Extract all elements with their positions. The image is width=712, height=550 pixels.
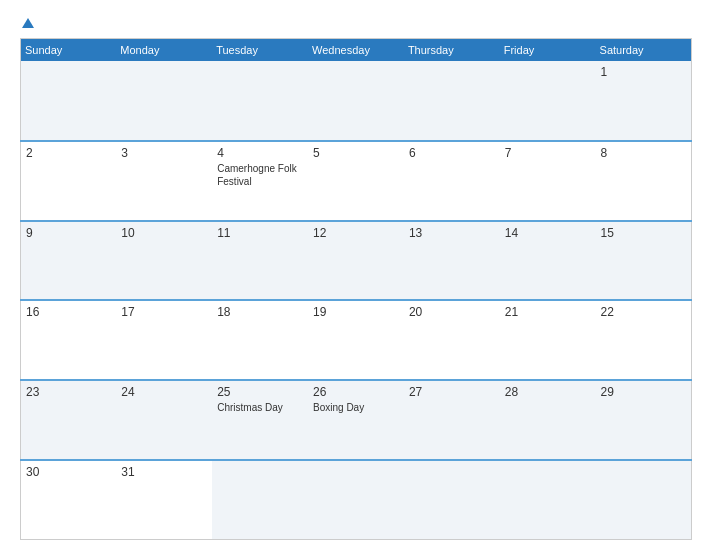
weekday-header-friday: Friday	[500, 39, 596, 62]
calendar-cell	[596, 460, 692, 540]
day-number: 13	[409, 226, 495, 240]
calendar-cell: 19	[308, 300, 404, 380]
calendar-header	[20, 18, 692, 28]
day-number: 31	[121, 465, 207, 479]
calendar-cell	[21, 61, 117, 141]
day-number: 24	[121, 385, 207, 399]
calendar-row: 3031	[21, 460, 692, 540]
day-number: 3	[121, 146, 207, 160]
calendar-cell: 3	[116, 141, 212, 221]
weekday-header-thursday: Thursday	[404, 39, 500, 62]
calendar-cell: 16	[21, 300, 117, 380]
day-number: 19	[313, 305, 399, 319]
calendar-cell	[212, 61, 308, 141]
calendar-cell: 14	[500, 221, 596, 301]
calendar-cell: 24	[116, 380, 212, 460]
calendar-cell: 23	[21, 380, 117, 460]
calendar-cell: 18	[212, 300, 308, 380]
day-number: 30	[26, 465, 111, 479]
logo-triangle-icon	[22, 18, 34, 28]
day-number: 25	[217, 385, 303, 399]
day-number: 14	[505, 226, 591, 240]
calendar-cell: 12	[308, 221, 404, 301]
calendar-cell	[212, 460, 308, 540]
day-number: 18	[217, 305, 303, 319]
day-number: 12	[313, 226, 399, 240]
weekday-header-wednesday: Wednesday	[308, 39, 404, 62]
calendar-row: 9101112131415	[21, 221, 692, 301]
calendar-cell: 6	[404, 141, 500, 221]
calendar-cell	[500, 460, 596, 540]
calendar-cell: 28	[500, 380, 596, 460]
day-number: 6	[409, 146, 495, 160]
event-label: Christmas Day	[217, 401, 303, 414]
weekday-header-row: SundayMondayTuesdayWednesdayThursdayFrid…	[21, 39, 692, 62]
calendar-page: SundayMondayTuesdayWednesdayThursdayFrid…	[0, 0, 712, 550]
calendar-table: SundayMondayTuesdayWednesdayThursdayFrid…	[20, 38, 692, 540]
calendar-cell	[500, 61, 596, 141]
day-number: 4	[217, 146, 303, 160]
calendar-cell: 20	[404, 300, 500, 380]
calendar-cell	[116, 61, 212, 141]
logo	[20, 18, 34, 28]
calendar-cell: 11	[212, 221, 308, 301]
calendar-cell: 17	[116, 300, 212, 380]
calendar-cell: 2	[21, 141, 117, 221]
day-number: 10	[121, 226, 207, 240]
day-number: 15	[601, 226, 686, 240]
calendar-cell: 8	[596, 141, 692, 221]
calendar-cell: 27	[404, 380, 500, 460]
day-number: 7	[505, 146, 591, 160]
day-number: 1	[601, 65, 686, 79]
day-number: 11	[217, 226, 303, 240]
day-number: 26	[313, 385, 399, 399]
calendar-cell: 7	[500, 141, 596, 221]
day-number: 22	[601, 305, 686, 319]
calendar-cell: 1	[596, 61, 692, 141]
calendar-row: 1	[21, 61, 692, 141]
calendar-cell	[308, 460, 404, 540]
calendar-cell: 31	[116, 460, 212, 540]
day-number: 21	[505, 305, 591, 319]
weekday-header-monday: Monday	[116, 39, 212, 62]
event-label: Camerhogne Folk Festival	[217, 162, 303, 188]
day-number: 9	[26, 226, 111, 240]
calendar-cell: 4Camerhogne Folk Festival	[212, 141, 308, 221]
calendar-cell: 25Christmas Day	[212, 380, 308, 460]
weekday-header-tuesday: Tuesday	[212, 39, 308, 62]
calendar-cell: 30	[21, 460, 117, 540]
calendar-cell: 5	[308, 141, 404, 221]
calendar-cell: 15	[596, 221, 692, 301]
calendar-cell	[404, 61, 500, 141]
calendar-cell: 9	[21, 221, 117, 301]
day-number: 16	[26, 305, 111, 319]
calendar-row: 234Camerhogne Folk Festival5678	[21, 141, 692, 221]
day-number: 27	[409, 385, 495, 399]
calendar-cell: 10	[116, 221, 212, 301]
day-number: 28	[505, 385, 591, 399]
calendar-cell	[404, 460, 500, 540]
event-label: Boxing Day	[313, 401, 399, 414]
weekday-header-sunday: Sunday	[21, 39, 117, 62]
calendar-cell	[308, 61, 404, 141]
weekday-header-saturday: Saturday	[596, 39, 692, 62]
calendar-row: 232425Christmas Day26Boxing Day272829	[21, 380, 692, 460]
day-number: 29	[601, 385, 686, 399]
calendar-cell: 21	[500, 300, 596, 380]
day-number: 2	[26, 146, 111, 160]
day-number: 23	[26, 385, 111, 399]
calendar-cell: 26Boxing Day	[308, 380, 404, 460]
calendar-row: 16171819202122	[21, 300, 692, 380]
calendar-cell: 29	[596, 380, 692, 460]
day-number: 8	[601, 146, 686, 160]
calendar-cell: 22	[596, 300, 692, 380]
calendar-cell: 13	[404, 221, 500, 301]
day-number: 20	[409, 305, 495, 319]
day-number: 17	[121, 305, 207, 319]
day-number: 5	[313, 146, 399, 160]
